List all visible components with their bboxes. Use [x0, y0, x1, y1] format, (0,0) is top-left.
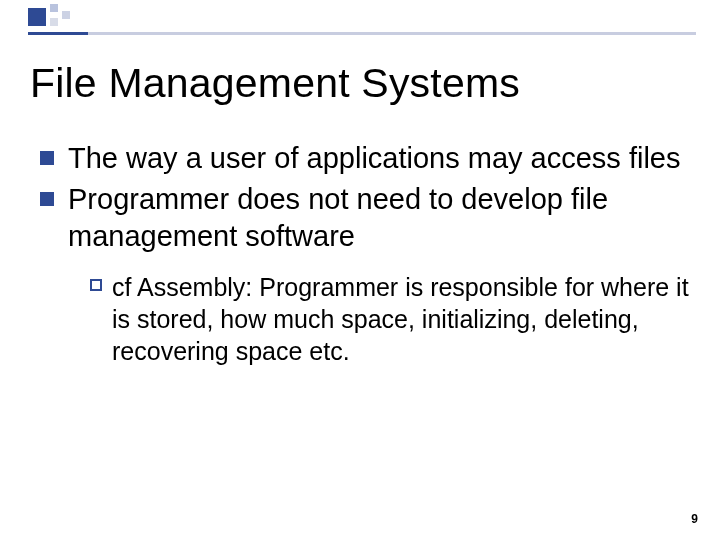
bullet-item: The way a user of applications may acces…	[40, 140, 690, 177]
header-decoration	[0, 0, 720, 40]
decor-square-small	[62, 11, 70, 19]
bullet-square-icon	[40, 151, 54, 165]
sub-bullet-item: cf Assembly: Programmer is responsible f…	[90, 271, 690, 367]
decor-square-large	[28, 8, 46, 26]
bullet-text: Programmer does not need to develop file…	[68, 181, 690, 255]
sub-bullet-group: cf Assembly: Programmer is responsible f…	[90, 271, 690, 367]
decor-rule-dark	[28, 32, 88, 35]
bullet-square-icon	[40, 192, 54, 206]
bullet-item: Programmer does not need to develop file…	[40, 181, 690, 255]
sub-bullet-text: cf Assembly: Programmer is responsible f…	[112, 271, 690, 367]
slide-title: File Management Systems	[30, 60, 520, 107]
decor-square-small	[50, 4, 58, 12]
decor-rule-light	[88, 32, 696, 35]
bullet-hollow-square-icon	[90, 279, 102, 291]
page-number: 9	[691, 512, 698, 526]
bullet-text: The way a user of applications may acces…	[68, 140, 681, 177]
decor-square-small	[50, 18, 58, 26]
slide-body: The way a user of applications may acces…	[40, 140, 690, 367]
